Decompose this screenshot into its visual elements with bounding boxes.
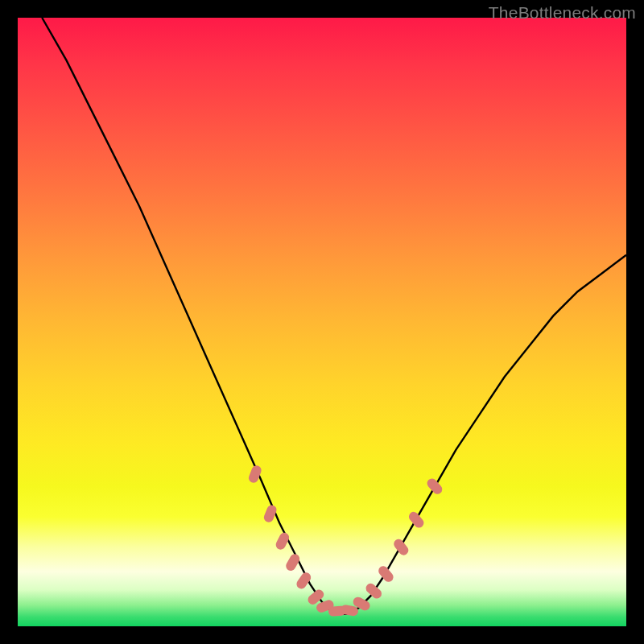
watermark-text: TheBottleneck.com [489, 3, 636, 23]
chart-plot-area [18, 18, 626, 626]
